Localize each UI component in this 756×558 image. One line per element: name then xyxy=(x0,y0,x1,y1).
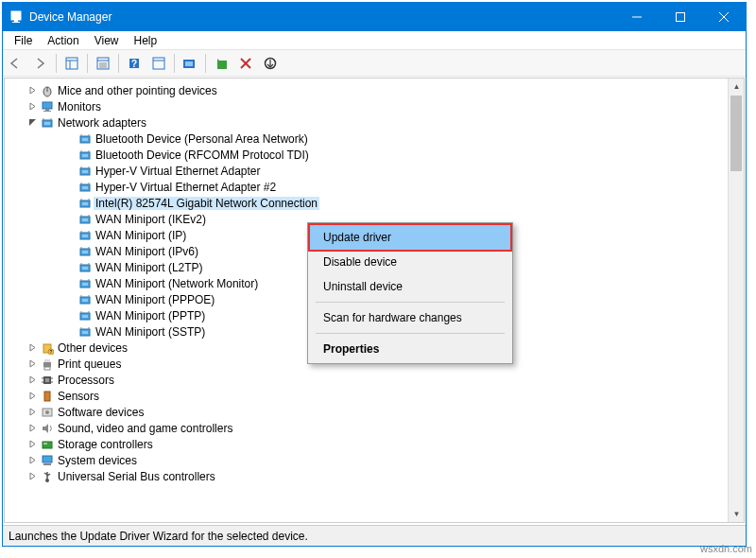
svg-rect-105 xyxy=(43,463,51,465)
close-button[interactable] xyxy=(702,3,746,31)
help-button[interactable]: ? xyxy=(123,52,146,75)
tree-category[interactable]: Storage controllers xyxy=(5,436,728,452)
maximize-button[interactable] xyxy=(659,3,702,31)
netadapter-icon xyxy=(77,261,94,274)
netadapter-icon xyxy=(77,245,94,258)
svg-rect-80 xyxy=(82,315,88,318)
device-manager-window: Device Manager File Action View Help ? M… xyxy=(2,2,747,547)
expand-collapse-icon[interactable] xyxy=(26,118,39,127)
expand-collapse-icon[interactable] xyxy=(26,456,39,464)
menubar: File Action View Help xyxy=(3,31,746,50)
svg-rect-20 xyxy=(185,61,193,66)
device-label: WAN Miniport (Network Monitor) xyxy=(94,277,260,290)
netadapter-icon xyxy=(77,197,94,210)
tree-device[interactable]: Intel(R) 82574L Gigabit Network Connecti… xyxy=(5,195,728,211)
netadapter-icon xyxy=(77,229,94,242)
expand-collapse-icon[interactable] xyxy=(26,86,39,95)
expand-collapse-icon[interactable] xyxy=(26,440,39,448)
svg-rect-94 xyxy=(45,378,49,382)
forward-button[interactable] xyxy=(29,52,52,75)
svg-rect-60 xyxy=(82,235,88,237)
svg-rect-76 xyxy=(82,299,88,302)
netadapter-icon xyxy=(77,132,94,146)
tree-device[interactable]: Hyper-V Virtual Ethernet Adapter xyxy=(5,163,728,179)
other-icon: ? xyxy=(39,341,56,355)
svg-rect-36 xyxy=(82,138,88,141)
svg-rect-52 xyxy=(82,202,88,205)
ctx-scan-hardware[interactable]: Scan for hardware changes xyxy=(310,305,510,330)
tree-device[interactable]: Bluetooth Device (RFCOMM Protocol TDI) xyxy=(5,147,728,163)
tree-device[interactable]: Bluetooth Device (Personal Area Network) xyxy=(5,131,728,147)
ctx-properties[interactable]: Properties xyxy=(310,337,510,361)
svg-rect-102 xyxy=(43,442,52,448)
tree-category[interactable]: Monitors xyxy=(5,98,728,114)
svg-rect-90 xyxy=(43,362,51,367)
tree-category[interactable]: System devices xyxy=(5,452,728,468)
netadapter-icon xyxy=(77,181,94,194)
svg-rect-0 xyxy=(11,11,21,20)
menu-view[interactable]: View xyxy=(87,32,127,49)
category-label: Universal Serial Bus controllers xyxy=(56,470,217,483)
tree-device[interactable]: Hyper-V Virtual Ethernet Adapter #2 xyxy=(5,179,728,195)
expand-collapse-icon[interactable] xyxy=(26,392,39,400)
titlebar[interactable]: Device Manager xyxy=(3,3,746,31)
menu-action[interactable]: Action xyxy=(40,32,86,49)
monitor-icon xyxy=(39,100,56,113)
ctx-update-driver[interactable]: Update driver xyxy=(308,223,512,252)
tree-category[interactable]: Sound, video and game controllers xyxy=(5,420,728,436)
device-label: Bluetooth Device (RFCOMM Protocol TDI) xyxy=(94,148,311,162)
svg-rect-28 xyxy=(43,102,52,109)
netadapter-icon xyxy=(77,148,94,162)
toolbar: ? xyxy=(3,50,746,77)
action-button[interactable] xyxy=(147,52,170,75)
window-title: Device Manager xyxy=(29,10,615,24)
update-driver-button[interactable] xyxy=(210,52,232,75)
netadapter-icon xyxy=(77,293,94,306)
scan-button[interactable] xyxy=(179,52,201,75)
tree-category[interactable]: Software devices xyxy=(5,404,728,420)
uninstall-button[interactable] xyxy=(234,52,257,75)
netadapter-icon xyxy=(39,116,56,130)
netadapter-icon xyxy=(77,277,94,290)
scroll-down-arrow[interactable]: ▼ xyxy=(729,506,745,522)
vertical-scrollbar[interactable]: ▲ ▼ xyxy=(728,78,744,522)
expand-collapse-icon[interactable] xyxy=(26,408,39,416)
expand-collapse-icon[interactable] xyxy=(26,359,39,368)
expand-collapse-icon[interactable] xyxy=(26,375,39,384)
svg-rect-64 xyxy=(82,251,88,253)
minimize-button[interactable] xyxy=(615,3,659,31)
separator xyxy=(87,54,88,73)
tree-category[interactable]: Sensors xyxy=(5,388,728,404)
tree-category[interactable]: Network adapters xyxy=(5,114,728,131)
back-button[interactable] xyxy=(5,52,27,75)
app-icon xyxy=(3,10,29,24)
scroll-thumb[interactable] xyxy=(730,96,742,171)
menu-file[interactable]: File xyxy=(7,32,40,49)
svg-rect-104 xyxy=(43,456,52,462)
ctx-disable-device[interactable]: Disable device xyxy=(310,250,510,274)
disable-button[interactable] xyxy=(259,52,282,75)
svg-rect-72 xyxy=(82,283,88,286)
scroll-up-arrow[interactable]: ▲ xyxy=(729,78,745,95)
expand-collapse-icon[interactable] xyxy=(26,472,39,480)
sound-icon xyxy=(39,422,56,435)
netadapter-icon xyxy=(77,213,94,226)
svg-rect-92 xyxy=(44,367,50,370)
tree-category[interactable]: Universal Serial Bus controllers xyxy=(5,468,728,484)
netadapter-icon xyxy=(77,165,94,178)
ctx-uninstall-device[interactable]: Uninstall device xyxy=(310,274,510,299)
category-label: Mice and other pointing devices xyxy=(56,84,219,97)
status-text: Launches the Update Driver Wizard for th… xyxy=(9,530,308,543)
expand-collapse-icon[interactable] xyxy=(26,102,39,111)
properties-button[interactable] xyxy=(92,52,114,75)
category-label: Software devices xyxy=(56,406,146,419)
tree-category[interactable]: Mice and other pointing devices xyxy=(5,82,728,98)
expand-collapse-icon[interactable] xyxy=(26,343,39,352)
menu-help[interactable]: Help xyxy=(127,32,165,49)
category-label: Other devices xyxy=(56,341,129,355)
expand-collapse-icon[interactable] xyxy=(26,424,39,432)
device-label: WAN Miniport (PPPOE) xyxy=(94,293,216,306)
tree-category[interactable]: Processors xyxy=(5,372,728,388)
category-label: Print queues xyxy=(56,357,123,371)
show-hide-tree-button[interactable] xyxy=(60,52,83,75)
